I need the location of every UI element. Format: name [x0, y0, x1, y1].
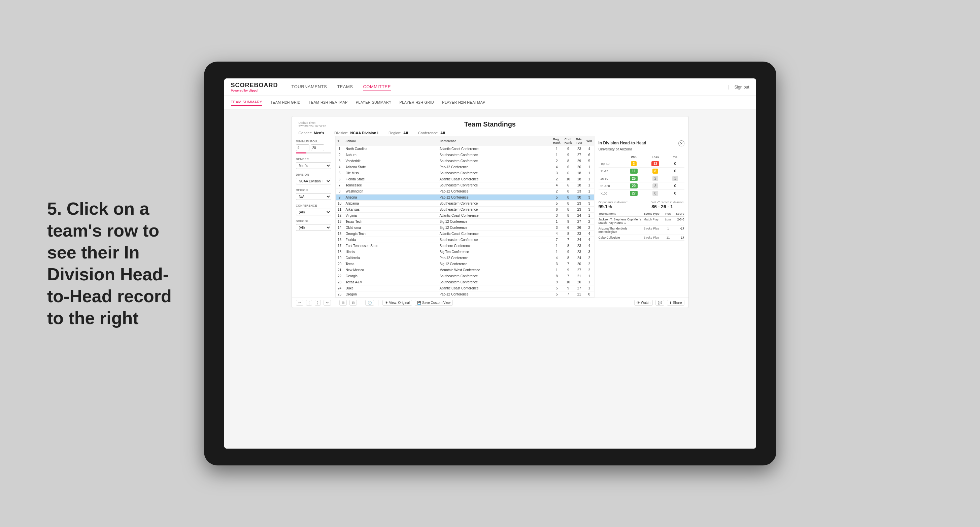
- cell-reg-rank: 9: [551, 279, 563, 286]
- cell-school: New Mexico: [344, 267, 438, 273]
- cell-conf-rank: 9: [563, 267, 574, 273]
- h2h-range: Top 10: [598, 160, 623, 168]
- table-row[interactable]: 7 Tennessee Southeastern Conference 4 6 …: [336, 183, 594, 189]
- cell-rds-tour: 24: [574, 237, 584, 243]
- cell-win: 1: [584, 286, 594, 291]
- h2h-title: In Division Head-to-Head: [598, 141, 646, 145]
- table-body: 1 North Carolina Atlantic Coast Conferen…: [336, 146, 594, 297]
- table-row[interactable]: 9 Arizona Pac-12 Conference 5 8 30 3: [336, 195, 594, 200]
- cell-conf: Big 12 Conference: [438, 219, 551, 225]
- h2h-tourn-row-3[interactable]: Cabo Collegiate Stroke Play 11 17: [598, 235, 684, 241]
- nav-committee[interactable]: COMMITTEE: [363, 83, 391, 91]
- h2h-tourn-score-3: 17: [674, 236, 684, 239]
- min-rounds-input[interactable]: [296, 144, 309, 151]
- h2h-win: 3: [623, 160, 644, 168]
- table-row[interactable]: 24 Duke Atlantic Coast Conference 5 9 27…: [336, 286, 594, 291]
- save-custom-view-button[interactable]: 💾 Save Custom View: [415, 300, 453, 306]
- copy-button[interactable]: ⊞: [339, 300, 347, 306]
- h2h-th-win: Win: [623, 154, 644, 160]
- cell-win: 3: [584, 195, 594, 200]
- cell-reg-rank: 4: [551, 255, 563, 261]
- table-row[interactable]: 12 Virginia Atlantic Coast Conference 3 …: [336, 213, 594, 219]
- subnav-player-h2h-grid[interactable]: PLAYER H2H GRID: [399, 99, 434, 106]
- h2h-close-button[interactable]: ✕: [678, 140, 684, 146]
- cell-win: 1: [584, 189, 594, 195]
- subnav-team-h2h-heatmap[interactable]: TEAM H2H HEATMAP: [309, 99, 348, 106]
- table-row[interactable]: 16 Florida Southeastern Conference 7 7 2…: [336, 237, 594, 243]
- table-row[interactable]: 21 New Mexico Mountain West Conference 1…: [336, 267, 594, 273]
- table-row[interactable]: 5 Ole Miss Southeastern Conference 3 6 1…: [336, 170, 594, 176]
- comment-button[interactable]: 💬: [655, 300, 664, 306]
- cell-school: Arkansas: [344, 206, 438, 213]
- cell-conf: Southeastern Conference: [438, 170, 551, 176]
- cell-rank: 5: [336, 170, 344, 176]
- cell-reg-rank: 4: [551, 164, 563, 170]
- paste-button[interactable]: ⊟: [350, 300, 357, 306]
- nav-teams[interactable]: TEAMS: [337, 83, 353, 91]
- cell-conf-rank: 9: [563, 286, 574, 291]
- table-row[interactable]: 19 California Pac-12 Conference 4 8 24 2: [336, 255, 594, 261]
- table-row[interactable]: 23 Texas A&M Southeastern Conference 9 1…: [336, 279, 594, 286]
- table-row[interactable]: 3 Vanderbilt Southeastern Conference 2 8…: [336, 158, 594, 164]
- view-original-button[interactable]: 👁 View: Original: [382, 300, 412, 306]
- cell-rds-tour: 27: [574, 152, 584, 158]
- table-row[interactable]: 4 Arizona State Pac-12 Conference 4 6 26…: [336, 164, 594, 170]
- subnav-team-summary[interactable]: TEAM SUMMARY: [231, 98, 262, 106]
- table-row[interactable]: 25 Oregon Pac-12 Conference 5 7 21 0: [336, 291, 594, 297]
- table-row[interactable]: 18 Illinois Big Ten Conference 1 9 23 3: [336, 249, 594, 255]
- table-row[interactable]: 14 Oklahoma Big 12 Conference 3 6 26 2: [336, 225, 594, 231]
- share-button[interactable]: ⬆ Share: [667, 300, 684, 306]
- h2h-tie: 0: [666, 183, 684, 190]
- cell-school: Virginia: [344, 213, 438, 219]
- max-rounds-input[interactable]: [311, 144, 324, 151]
- cell-rds-tour: 27: [574, 219, 584, 225]
- table-row[interactable]: 20 Texas Big 12 Conference 3 7 20 2: [336, 261, 594, 267]
- conference-select[interactable]: (All): [296, 209, 331, 215]
- h2h-tourn-name-1: Jackson T. Stephens Cup Men's Match-Play…: [598, 218, 642, 224]
- clock-button[interactable]: 🕐: [365, 300, 374, 306]
- step-forward-button[interactable]: ⟩: [315, 300, 321, 306]
- table-row[interactable]: 2 Auburn Southeastern Conference 1 9 27 …: [336, 152, 594, 158]
- cell-rank: 14: [336, 225, 344, 231]
- step-back-button[interactable]: ⟨: [306, 300, 312, 306]
- redo-button[interactable]: ↪: [323, 300, 331, 306]
- table-row[interactable]: 15 Georgia Tech Atlantic Coast Conferenc…: [336, 231, 594, 237]
- h2h-tourn-result-1: Loss: [663, 218, 673, 221]
- nav-tournaments[interactable]: TOURNAMENTS: [291, 83, 327, 91]
- h2h-opponents-stat: Opponents in division: 99.1%: [598, 200, 628, 210]
- school-select[interactable]: (All): [296, 224, 331, 231]
- rounds-slider[interactable]: [296, 152, 331, 154]
- table-row[interactable]: 11 Arkansas Southeastern Conference 6 8 …: [336, 206, 594, 213]
- cell-school: Tennessee: [344, 183, 438, 189]
- watch-button[interactable]: 👁 Watch: [634, 300, 653, 306]
- subnav-player-h2h-heatmap[interactable]: PLAYER H2H HEATMAP: [442, 99, 485, 106]
- subnav-player-summary[interactable]: PLAYER SUMMARY: [356, 99, 391, 106]
- cell-conf-rank: 9: [563, 219, 574, 225]
- cell-conf-rank: 6: [563, 170, 574, 176]
- cell-reg-rank: 2: [551, 176, 563, 183]
- h2h-tourn-row-2[interactable]: Arizona Thunderbirds Intercollegiate Str…: [598, 226, 684, 235]
- gender-select[interactable]: Men's: [296, 162, 331, 169]
- division-select[interactable]: NCAA Division I: [296, 178, 331, 184]
- h2h-body: Top 10 3 13 0 11-25 11 8 0 26-50 25 2 1 …: [598, 160, 684, 197]
- table-row[interactable]: 1 North Carolina Atlantic Coast Conferen…: [336, 146, 594, 152]
- table-row[interactable]: 22 Georgia Southeastern Conference 8 7 2…: [336, 273, 594, 279]
- cell-win: 3: [584, 249, 594, 255]
- region-label: Region: [296, 189, 331, 192]
- cell-school: Illinois: [344, 249, 438, 255]
- region-select[interactable]: N/A: [296, 193, 331, 200]
- table-row[interactable]: 10 Alabama Southeastern Conference 5 8 2…: [336, 200, 594, 206]
- cell-reg-rank: 3: [551, 261, 563, 267]
- h2h-tourn-row-1[interactable]: Jackson T. Stephens Cup Men's Match-Play…: [598, 217, 684, 226]
- th-rank: #: [336, 136, 344, 146]
- table-row[interactable]: 17 East Tennessee State Southern Confere…: [336, 243, 594, 249]
- table-row[interactable]: 6 Florida State Atlantic Coast Conferenc…: [336, 176, 594, 183]
- table-row[interactable]: 8 Washington Pac-12 Conference 2 8 23 1: [336, 189, 594, 195]
- undo-button[interactable]: ↩: [296, 300, 303, 306]
- sign-out-button[interactable]: Sign out: [729, 85, 749, 89]
- table-row[interactable]: 13 Texas Tech Big 12 Conference 1 9 27 2: [336, 219, 594, 225]
- cell-reg-rank: 5: [551, 200, 563, 206]
- subnav-team-h2h-grid[interactable]: TEAM H2H GRID: [270, 99, 301, 106]
- tablet-device: SCOREBOARD Powered by clippd TOURNAMENTS…: [204, 62, 776, 465]
- cell-conf: Atlantic Coast Conference: [438, 213, 551, 219]
